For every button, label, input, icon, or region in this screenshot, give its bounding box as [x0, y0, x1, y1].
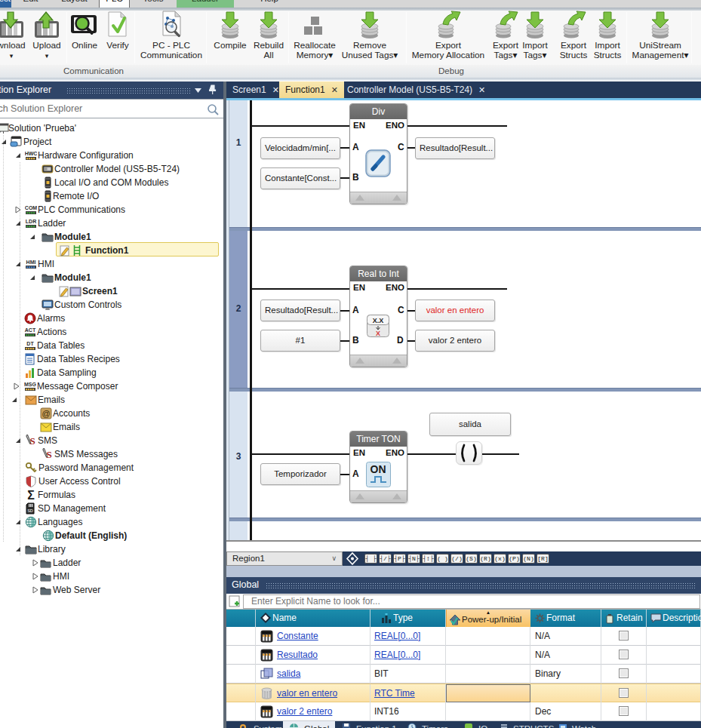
svg-text:ACT: ACT — [25, 327, 36, 333]
svg-text:SD: SD — [27, 508, 33, 513]
svg-text:X.X: X.X — [373, 317, 384, 324]
svg-text:X: X — [376, 330, 380, 337]
svg-text:HWC: HWC — [25, 151, 37, 156]
svg-text:Σ: Σ — [27, 489, 35, 501]
svg-text:S: S — [46, 449, 51, 460]
svg-text:COM: COM — [25, 205, 37, 210]
svg-text:DT: DT — [26, 341, 34, 346]
svg-text:ON: ON — [370, 463, 386, 475]
svg-text:@: @ — [42, 409, 50, 418]
svg-text:MSG: MSG — [24, 382, 36, 387]
svg-text:S: S — [29, 435, 35, 447]
svg-text:HMI: HMI — [26, 260, 36, 265]
svg-text:LDR: LDR — [26, 219, 36, 224]
